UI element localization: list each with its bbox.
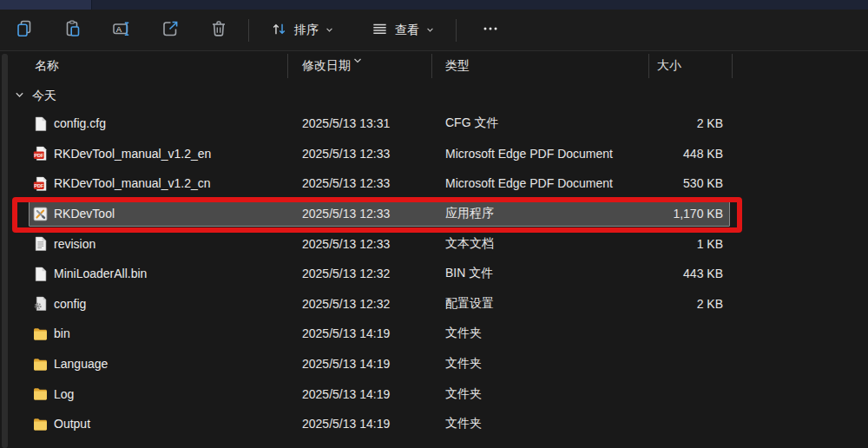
sort-button[interactable]: 排序 (263, 14, 341, 47)
file-name: Output (54, 417, 90, 431)
file-name: RKDevTool_manual_v1.2_cn (54, 176, 211, 190)
toolbar: A 排序 查看 (0, 10, 868, 51)
file-date: 2025/5/13 14:19 (302, 357, 445, 371)
file-type: 文件夹 (445, 386, 648, 402)
column-header-type[interactable]: 类型 (445, 58, 648, 74)
column-header-date[interactable]: 修改日期 (302, 58, 445, 74)
file-date: 2025/5/13 14:19 (302, 326, 445, 340)
file-icon (33, 267, 48, 281)
sort-label: 排序 (294, 23, 319, 38)
file-date: 2025/5/13 12:33 (302, 147, 445, 161)
file-size: 448 KB (648, 147, 723, 161)
chevron-down-icon (325, 23, 334, 37)
file-list: 今天 config.cfg 2025/5/13 13:31 CFG 文件 2 K… (0, 83, 868, 439)
file-row[interactable]: Output 2025/5/13 14:19 文件夹 (0, 409, 868, 439)
file-date: 2025/5/13 12:33 (302, 207, 445, 221)
folder-icon (33, 386, 48, 401)
rename-icon: A (112, 19, 131, 41)
file-row[interactable]: config 2025/5/13 12:32 配置设置 2 KB (0, 289, 868, 320)
ellipsis-icon (482, 20, 499, 40)
file-name: MiniLoaderAll.bin (54, 267, 147, 280)
group-header-today[interactable]: 今天 (0, 83, 868, 109)
view-label: 查看 (395, 23, 419, 38)
file-row[interactable]: Language 2025/5/13 14:19 文件夹 (0, 349, 868, 379)
file-size: 1 KB (648, 237, 723, 251)
file-name: config.cfg (54, 116, 106, 130)
column-divider[interactable] (732, 54, 733, 78)
file-date: 2025/5/13 14:19 (302, 417, 445, 431)
titlebar-strip (0, 0, 868, 10)
toolbar-separator (456, 19, 457, 42)
file-name: RKDevTool (54, 207, 115, 221)
toolbar-separator (248, 19, 249, 42)
file-name: RKDevTool_manual_v1.2_en (54, 147, 211, 161)
view-icon (371, 20, 389, 41)
column-header-row: 名称 修改日期 类型 大小 (0, 52, 868, 80)
folder-icon (33, 417, 48, 432)
file-type: BIN 文件 (445, 266, 648, 281)
file-size: 530 KB (648, 176, 723, 190)
file-row[interactable]: bin 2025/5/13 14:19 文件夹 (0, 319, 868, 349)
file-row[interactable]: revision 2025/5/13 12:33 文本文档 1 KB (0, 228, 868, 259)
file-date: 2025/5/13 13:31 (302, 116, 445, 130)
group-label: 今天 (32, 89, 56, 104)
file-size: 2 KB (648, 116, 723, 130)
view-button[interactable]: 查看 (364, 14, 442, 47)
file-date: 2025/5/13 12:33 (302, 176, 445, 190)
file-row[interactable]: PDF RKDevTool_manual_v1.2_cn 2025/5/13 1… (0, 168, 868, 199)
file-type: Microsoft Edge PDF Document (445, 147, 648, 161)
sort-icon (270, 20, 288, 41)
column-divider[interactable] (287, 54, 288, 78)
file-name: Language (54, 357, 108, 371)
svg-text:PDF: PDF (34, 153, 44, 158)
file-size: 2 KB (648, 297, 723, 311)
file-name: config (54, 297, 86, 311)
file-date: 2025/5/13 12:33 (302, 237, 445, 251)
file-type: 配置设置 (445, 296, 648, 312)
file-date: 2025/5/13 14:19 (302, 387, 445, 401)
file-row[interactable]: RKDevTool 2025/5/13 12:33 应用程序 1,170 KB (0, 199, 868, 229)
column-divider[interactable] (431, 54, 432, 78)
column-header-name[interactable]: 名称 (0, 58, 302, 74)
file-type: CFG 文件 (445, 115, 648, 131)
file-type: 文件夹 (445, 356, 648, 372)
column-header-size[interactable]: 大小 (648, 58, 723, 74)
file-size: 1,170 KB (648, 207, 723, 221)
file-icon (33, 116, 48, 131)
file-row[interactable]: Log 2025/5/13 14:19 文件夹 (0, 379, 868, 409)
copy-icon (15, 19, 34, 41)
group-collapse-chevron-icon[interactable] (14, 89, 25, 103)
trash-icon (209, 19, 228, 41)
textfile-icon (33, 236, 48, 251)
pdf-icon: PDF (33, 146, 48, 161)
file-row[interactable]: PDF RKDevTool_manual_v1.2_en 2025/5/13 1… (0, 139, 868, 169)
column-divider[interactable] (648, 54, 649, 78)
file-type: 文本文档 (445, 236, 648, 252)
file-name: bin (54, 326, 70, 340)
file-type: 应用程序 (445, 206, 648, 221)
svg-text:A: A (116, 24, 122, 34)
paste-icon (63, 19, 82, 41)
file-row[interactable]: MiniLoaderAll.bin 2025/5/13 12:32 BIN 文件… (0, 259, 868, 289)
paste-button[interactable] (54, 14, 92, 47)
file-name: revision (54, 237, 95, 251)
file-date: 2025/5/13 12:32 (302, 267, 445, 280)
file-size: 443 KB (648, 267, 723, 280)
more-options-button[interactable] (472, 14, 509, 47)
svg-text:PDF: PDF (34, 183, 44, 188)
file-date: 2025/5/13 12:32 (302, 297, 445, 311)
share-button[interactable] (151, 14, 189, 47)
copy-button[interactable] (5, 14, 43, 47)
folder-icon (33, 326, 48, 341)
titlebar-tab (0, 0, 92, 10)
file-row[interactable]: config.cfg 2025/5/13 13:31 CFG 文件 2 KB (0, 109, 868, 139)
delete-button[interactable] (200, 14, 238, 47)
configfile-icon (33, 296, 48, 311)
file-type: 文件夹 (445, 326, 648, 341)
sort-direction-caret-icon (352, 53, 363, 67)
file-name: Log (54, 387, 74, 401)
app-icon (33, 207, 48, 221)
chevron-down-icon (425, 23, 435, 37)
rename-button[interactable]: A (102, 14, 141, 47)
file-type: 文件夹 (445, 416, 648, 432)
